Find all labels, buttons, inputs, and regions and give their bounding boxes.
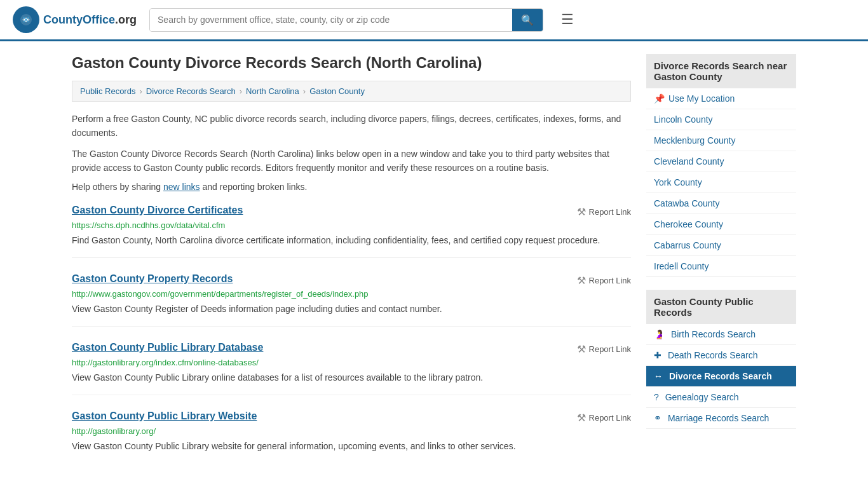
logo-text: CountyOffice.org [43, 13, 137, 27]
search-input[interactable] [150, 9, 512, 31]
result-url: http://gastonlibrary.org/ [72, 426, 631, 436]
description-2: The Gaston County Divorce Records Search… [72, 147, 631, 175]
divorce-icon: ↔ [654, 371, 663, 381]
breadcrumb-divorce-records[interactable]: Divorce Records Search [146, 86, 236, 96]
result-item: Gaston County Public Library Website ⚒ R… [72, 410, 631, 463]
nearby-county-item[interactable]: Mecklenburg County [646, 130, 796, 151]
nearby-county-link[interactable]: Lincoln County [646, 109, 796, 130]
report-icon: ⚒ [577, 206, 586, 218]
result-url: http://gastonlibrary.org/index.cfm/onlin… [72, 358, 631, 367]
death-icon: ✚ [654, 350, 661, 360]
search-button[interactable]: 🔍 [512, 9, 543, 31]
nearby-county-link[interactable]: Iredell County [646, 256, 796, 276]
result-desc: Find Gaston County, North Carolina divor… [72, 234, 631, 247]
public-record-link[interactable]: 🤰 Birth Records Search [646, 324, 796, 344]
result-item: Gaston County Property Records ⚒ Report … [72, 273, 631, 327]
nearby-county-item[interactable]: Cabarrus County [646, 235, 796, 256]
public-record-item[interactable]: ✚ Death Records Search [646, 345, 796, 366]
hamburger-button[interactable]: ☰ [556, 9, 579, 30]
public-records-heading: Gaston County Public Records [646, 290, 796, 324]
nearby-county-item[interactable]: Cherokee County [646, 214, 796, 235]
page-title: Gaston County Divorce Records Search (No… [72, 54, 631, 72]
nearby-county-item[interactable]: Lincoln County [646, 109, 796, 130]
breadcrumb-gaston-county[interactable]: Gaston County [309, 86, 365, 96]
result-desc: View Gaston County Public Library online… [72, 371, 631, 384]
help-text: Help others by sharing new links and rep… [72, 182, 631, 192]
report-link[interactable]: ⚒ Report Link [577, 412, 631, 424]
birth-icon: 🤰 [654, 329, 665, 339]
nearby-county-item[interactable]: Iredell County [646, 256, 796, 277]
logo[interactable]: CountyOffice.org [13, 6, 137, 33]
public-record-item[interactable]: ⚭ Marriage Records Search [646, 408, 796, 429]
use-location-item[interactable]: 📌 Use My Location [646, 88, 796, 109]
nearby-section: Divorce Records Search near Gaston Count… [646, 54, 796, 277]
breadcrumb: Public Records › Divorce Records Search … [72, 81, 631, 102]
description-1: Perform a free Gaston County, NC public … [72, 112, 631, 140]
nearby-county-item[interactable]: Cleveland County [646, 151, 796, 172]
report-link[interactable]: ⚒ Report Link [577, 274, 631, 287]
report-link[interactable]: ⚒ Report Link [577, 206, 631, 218]
nearby-county-link[interactable]: Mecklenburg County [646, 130, 796, 151]
nearby-list: 📌 Use My Location Lincoln CountyMecklenb… [646, 88, 796, 277]
logo-icon [13, 6, 39, 33]
breadcrumb-north-carolina[interactable]: North Carolina [246, 86, 299, 96]
genealogy-icon: ? [654, 392, 659, 402]
nearby-county-link[interactable]: York County [646, 172, 796, 193]
search-icon: 🔍 [521, 15, 534, 25]
hamburger-icon: ☰ [561, 11, 574, 27]
marriage-icon: ⚭ [654, 413, 661, 423]
nearby-county-link[interactable]: Cherokee County [646, 214, 796, 234]
public-record-item[interactable]: ? Genealogy Search [646, 387, 796, 408]
result-title[interactable]: Gaston County Public Library Website [72, 410, 257, 422]
result-title[interactable]: Gaston County Property Records [72, 273, 233, 285]
report-icon: ⚒ [577, 412, 586, 424]
result-title[interactable]: Gaston County Divorce Certificates [72, 205, 243, 216]
result-title[interactable]: Gaston County Public Library Database [72, 342, 263, 353]
public-record-item[interactable]: 🤰 Birth Records Search [646, 324, 796, 345]
results-list: Gaston County Divorce Certificates ⚒ Rep… [72, 205, 631, 463]
nearby-county-link[interactable]: Catawba County [646, 193, 796, 214]
public-record-item[interactable]: ↔ Divorce Records Search [646, 366, 796, 387]
public-records-section: Gaston County Public Records 🤰 Birth Rec… [646, 290, 796, 429]
result-item: Gaston County Divorce Certificates ⚒ Rep… [72, 205, 631, 258]
public-record-link[interactable]: ? Genealogy Search [646, 387, 796, 407]
nearby-county-link[interactable]: Cabarrus County [646, 235, 796, 255]
report-icon: ⚒ [577, 343, 586, 355]
nearby-heading: Divorce Records Search near Gaston Count… [646, 54, 796, 88]
public-records-list: 🤰 Birth Records Search ✚ Death Records S… [646, 324, 796, 429]
nearby-county-item[interactable]: Catawba County [646, 193, 796, 214]
result-item: Gaston County Public Library Database ⚒ … [72, 342, 631, 395]
result-desc: View Gaston County Public Library websit… [72, 440, 631, 453]
new-links-link[interactable]: new links [163, 182, 200, 192]
result-url: https://schs.dph.ncdhhs.gov/data/vital.c… [72, 220, 631, 230]
search-bar: 🔍 [149, 8, 543, 32]
public-record-link[interactable]: ✚ Death Records Search [646, 345, 796, 365]
public-record-link[interactable]: ⚭ Marriage Records Search [646, 408, 796, 428]
nearby-county-item[interactable]: York County [646, 172, 796, 193]
nearby-county-link[interactable]: Cleveland County [646, 151, 796, 172]
result-url: http://www.gastongov.com/government/depa… [72, 289, 631, 299]
result-desc: View Gaston County Register of Deeds inf… [72, 302, 631, 316]
location-icon: 📌 [654, 93, 665, 104]
breadcrumb-public-records[interactable]: Public Records [80, 86, 135, 96]
report-icon: ⚒ [577, 274, 586, 287]
report-link[interactable]: ⚒ Report Link [577, 343, 631, 355]
use-location-link[interactable]: 📌 Use My Location [646, 88, 796, 109]
public-record-link[interactable]: ↔ Divorce Records Search [646, 366, 796, 386]
